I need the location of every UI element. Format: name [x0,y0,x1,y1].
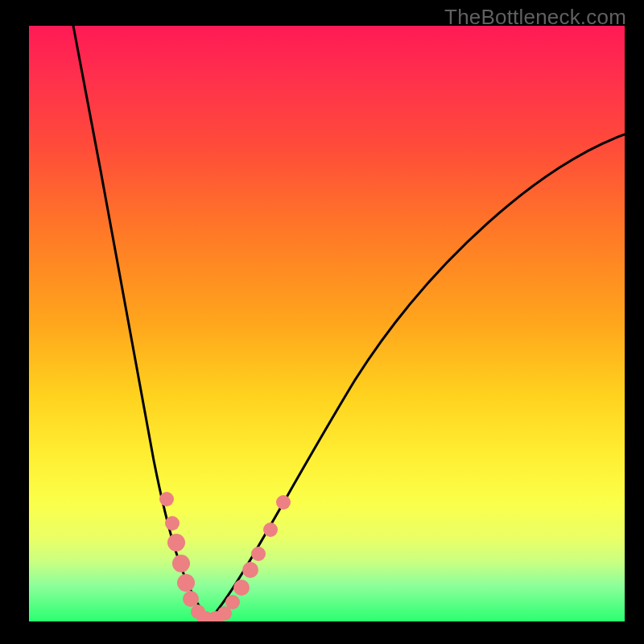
marker-dot [225,595,240,609]
chart-plot-area [29,26,625,621]
marker-dot [242,562,258,578]
marker-dot [159,492,174,506]
marker-dot [172,555,190,572]
chart-svg [29,26,625,621]
marker-dot [183,591,199,607]
marker-dot [276,495,291,510]
marker-dot [177,574,195,592]
marker-group [159,492,291,621]
chart-frame: TheBottleneck.com [0,0,644,644]
curve-right-branch [209,134,625,620]
marker-dot [263,522,278,537]
marker-dot [251,547,266,561]
marker-dot [165,516,180,530]
curve-left-branch [73,26,209,620]
marker-dot [233,580,250,596]
marker-dot [167,534,185,551]
watermark-text: TheBottleneck.com [444,5,626,30]
